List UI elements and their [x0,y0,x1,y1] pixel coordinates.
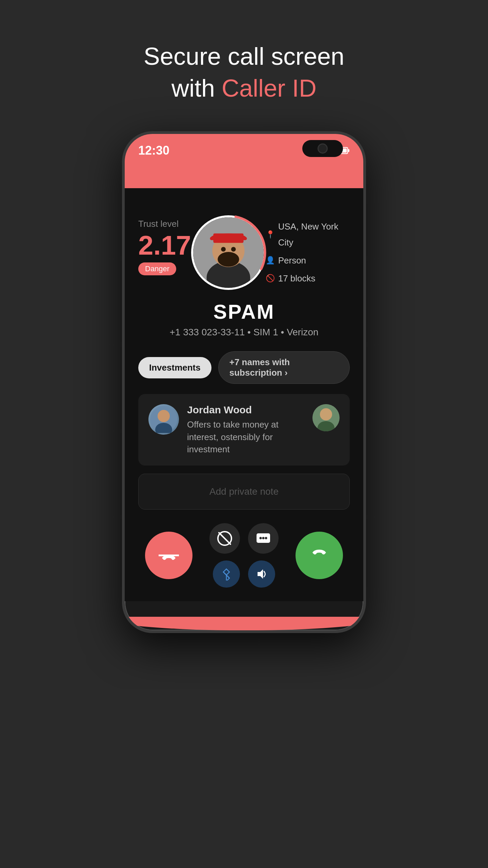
card-person-svg [150,406,177,433]
svg-rect-5 [348,149,349,152]
side-button [364,236,366,263]
card-person-name: Jordan Wood [187,404,304,416]
camera-cutout [302,140,343,157]
card-person2-svg [312,404,340,431]
card-avatar-2 [312,404,340,431]
status-time: 12:30 [138,143,169,158]
caller-details: 📍 USA, New York City 👤 Person 🚫 17 block… [266,215,350,288]
trust-score: 2.17 [138,232,191,259]
action-row-2 [213,560,275,588]
caller-type: Person [278,253,306,269]
message-button[interactable] [248,523,279,554]
phone-mockup: 12:30 [122,131,366,640]
info-card: Jordan Wood Offers to take money at inte… [138,394,350,466]
tags-row: Investments +7 names with subscription › [138,351,350,384]
caller-name: SPAM [138,300,350,323]
status-bar-wave [125,617,363,633]
caller-blocks: 17 blocks [278,271,316,287]
location-row: 📍 USA, New York City [266,219,350,251]
svg-line-23 [159,545,179,566]
phone-content: Trust level 2.17 Danger [125,188,363,601]
svg-line-25 [219,533,230,544]
page-title: Secure call screen with Caller ID [144,41,344,104]
action-center [209,523,279,588]
decline-icon [159,545,179,566]
svg-point-29 [265,537,267,539]
svg-point-27 [260,537,262,539]
svg-point-28 [262,537,265,539]
trust-level-panel: Trust level 2.17 Danger [138,215,191,275]
tag-subscription[interactable]: +7 names with subscription › [218,351,350,384]
status-bar: 12:30 [125,134,363,188]
caller-avatar [191,215,266,290]
caller-section: Trust level 2.17 Danger [138,215,350,290]
phone-frame: 12:30 [122,131,366,633]
tag-investments[interactable]: Investments [138,357,211,378]
action-buttons-row [138,523,350,588]
camera-lens [318,143,328,154]
danger-badge: Danger [138,262,176,275]
caller-number: +1 333 023-33-11 • SIM 1 • Verizon [138,327,350,338]
speaker-icon [255,567,268,581]
block-call-icon [216,530,233,547]
decline-button[interactable] [145,532,192,579]
caller-location: USA, New York City [278,219,350,251]
accept-button[interactable] [296,532,343,579]
card-avatar [148,404,179,435]
bluetooth-icon [220,568,233,580]
accept-icon [309,545,329,566]
svg-point-18 [158,410,170,422]
svg-point-21 [320,408,332,420]
action-row-1 [209,523,279,554]
svg-marker-31 [258,569,263,579]
bluetooth-button[interactable] [213,560,240,588]
card-description: Offers to take money at interest, ostens… [187,418,304,455]
block-button[interactable] [209,523,240,554]
message-icon [255,530,272,547]
blocks-row: 🚫 17 blocks [266,271,350,287]
card-content: Jordan Wood Offers to take money at inte… [187,404,304,455]
svg-point-16 [192,216,265,289]
type-row: 👤 Person [266,253,350,269]
private-note[interactable]: Add private note [138,474,350,510]
speaker-button[interactable] [248,560,275,588]
trust-label: Trust level [138,219,191,229]
avatar-arc-svg [189,214,267,292]
